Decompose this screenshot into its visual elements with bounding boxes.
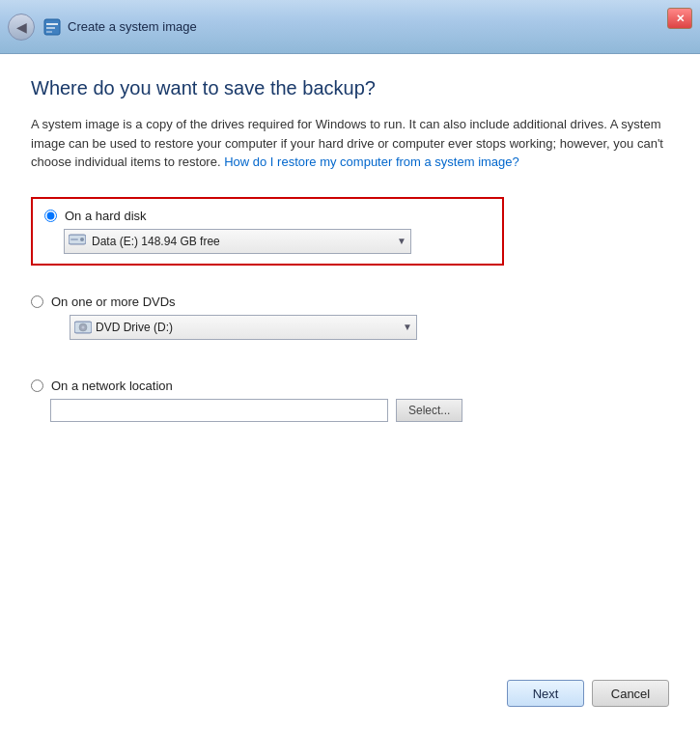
window-icon (42, 17, 62, 37)
hard-disk-row: On a hard disk (44, 209, 490, 223)
hard-disk-radio[interactable] (44, 210, 57, 222)
svg-rect-2 (46, 27, 55, 29)
dvd-row: On one or more DVDs (31, 295, 669, 309)
back-button[interactable]: ◀ (8, 14, 35, 41)
dvd-dropdown-text: DVD Drive (D:) (96, 321, 403, 334)
help-link[interactable]: How do I restore my computer from a syst… (224, 154, 519, 169)
network-label[interactable]: On a network location (51, 379, 173, 393)
dvd-dropdown-arrow: ▼ (403, 322, 412, 332)
dvd-dropdown-container: DVD Drive (D:) ▼ (50, 315, 669, 340)
hard-disk-dropdown[interactable]: Data (E:) 148.94 GB free ▼ (64, 229, 411, 254)
footer: Next Cancel (31, 664, 669, 707)
network-radio[interactable] (31, 379, 43, 392)
svg-point-11 (82, 325, 85, 328)
window-title: Create a system image (68, 19, 197, 34)
svg-rect-1 (46, 23, 58, 25)
dvd-dropdown[interactable]: DVD Drive (D:) ▼ (70, 315, 417, 340)
svg-rect-7 (70, 239, 78, 240)
options-container: On a hard disk Data (E:) 148.94 GB (31, 197, 669, 665)
page-heading: Where do you want to save the backup? (31, 77, 669, 99)
cancel-button[interactable]: Cancel (592, 680, 669, 707)
network-row: On a network location (31, 379, 669, 393)
hard-disk-dropdown-text: Data (E:) 148.94 GB free (92, 235, 397, 248)
hard-disk-dropdown-arrow: ▼ (397, 236, 406, 246)
hard-disk-option-group: On a hard disk Data (E:) 148.94 GB (31, 197, 669, 266)
hard-disk-dropdown-container: Data (E:) 148.94 GB free ▼ (64, 229, 490, 254)
network-location-input[interactable] (50, 399, 388, 422)
description-text: A system image is a copy of the drives r… (31, 115, 669, 172)
dvd-drive-icon (74, 319, 92, 336)
select-button[interactable]: Select... (396, 399, 462, 422)
network-option-group: On a network location Select... (31, 369, 669, 432)
hard-disk-highlight-box: On a hard disk Data (E:) 148.94 GB (31, 197, 504, 266)
next-button[interactable]: Next (507, 680, 584, 707)
dvd-radio[interactable] (31, 295, 43, 308)
title-bar: ◀ Create a system image ✕ (0, 0, 700, 54)
network-input-row: Select... (50, 399, 669, 422)
svg-point-6 (80, 238, 84, 241)
dvd-option-group: On one or more DVDs DVD Drive (D:) ▼ (31, 285, 669, 350)
title-bar-controls: ✕ (667, 8, 692, 29)
hard-disk-label[interactable]: On a hard disk (65, 209, 147, 223)
svg-rect-3 (46, 31, 52, 33)
main-content: Where do you want to save the backup? A … (0, 54, 700, 730)
dvd-label[interactable]: On one or more DVDs (51, 295, 176, 309)
hard-disk-drive-icon (69, 233, 86, 249)
close-button[interactable]: ✕ (667, 8, 692, 29)
